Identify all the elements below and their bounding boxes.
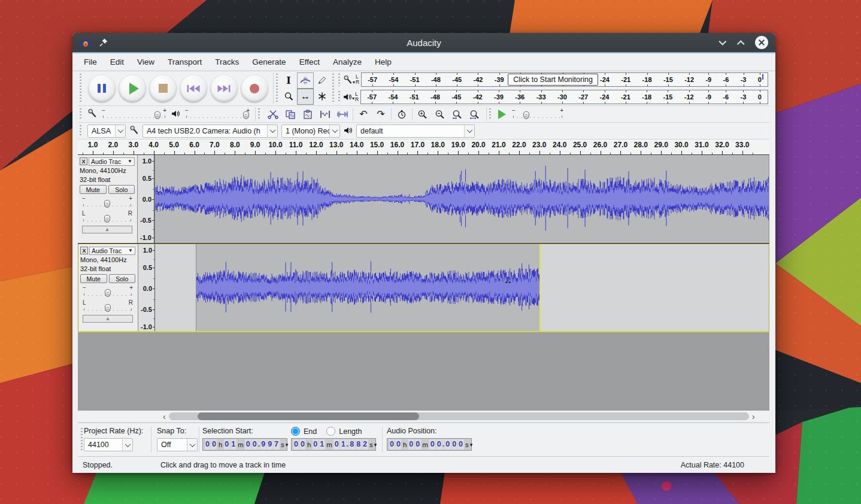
time-digit[interactable]: 0 — [445, 439, 451, 450]
toolbar-gripper[interactable] — [338, 91, 341, 104]
zoom-in-button[interactable] — [415, 107, 430, 122]
time-digit[interactable]: 9 — [267, 439, 273, 450]
slider-thumb[interactable] — [105, 304, 111, 312]
play-at-speed-button[interactable] — [498, 110, 506, 119]
time-digit[interactable]: 0 — [251, 439, 257, 450]
time-digit[interactable]: 0 — [293, 439, 299, 450]
slider-thumb[interactable] — [243, 111, 249, 119]
tool-multi[interactable] — [314, 89, 331, 105]
menu-tracks[interactable]: Tracks — [208, 55, 245, 69]
menu-file[interactable]: File — [77, 55, 104, 69]
mute-button[interactable]: Mute — [80, 185, 107, 194]
time-digit[interactable]: 1 — [319, 439, 325, 450]
recording-meter[interactable]: -57-54-51-48-45-42-39-36-33-30-27-24-21-… — [361, 72, 768, 87]
dropdown-arrow-icon[interactable]: ▾ — [374, 442, 377, 448]
titlebar[interactable]: Audacity — [72, 33, 775, 53]
selection-start-time[interactable]: 00h01m00.997s▾ — [202, 438, 287, 451]
recording-volume-slider[interactable]: −+ — [101, 108, 168, 120]
snap-to-select[interactable]: Off — [157, 438, 198, 451]
maximize-button[interactable] — [737, 40, 745, 48]
time-digit[interactable]: 2 — [362, 439, 368, 450]
time-digit[interactable]: 0 — [408, 439, 414, 450]
playback-speed-slider[interactable]: −+ — [511, 108, 565, 120]
time-digit[interactable]: 0 — [299, 439, 305, 450]
pan-slider[interactable]: LR — [81, 211, 134, 224]
mute-button[interactable]: Mute — [80, 274, 107, 283]
toolbar-gripper[interactable] — [338, 74, 341, 86]
time-digit[interactable]: 8 — [356, 439, 362, 450]
input-channels-select[interactable]: 1 (Mono) Reco — [281, 125, 340, 138]
time-digit[interactable]: 8 — [349, 439, 355, 450]
time-digit[interactable]: . — [347, 439, 348, 450]
slider-thumb[interactable] — [104, 200, 110, 208]
tracks-area[interactable]: X Audio Trac ▼ Mono, 44100Hz 32-bit floa… — [78, 155, 769, 411]
toolbar-gripper[interactable] — [81, 428, 83, 451]
radio-end-label[interactable]: End — [304, 427, 317, 436]
slider-thumb[interactable] — [104, 215, 110, 223]
speaker-icon[interactable]: ▾ — [343, 93, 354, 101]
zoom-out-button[interactable] — [432, 107, 448, 122]
track-title-dropdown[interactable]: Audio Trac ▼ — [89, 157, 135, 166]
menu-analyze[interactable]: Analyze — [326, 55, 368, 69]
time-digit[interactable]: 0 — [451, 439, 457, 450]
solo-button[interactable]: Solo — [109, 274, 136, 283]
vertical-scale-ruler[interactable]: 1.00.50.0-0.5-1.0 — [138, 155, 154, 243]
monitoring-tooltip[interactable]: Click to Start Monitoring — [508, 74, 598, 86]
output-device-select[interactable]: default — [356, 125, 475, 138]
zoom-selection-button[interactable] — [450, 107, 465, 122]
time-digit[interactable]: 1 — [340, 439, 346, 450]
dropdown-chevron-icon[interactable] — [267, 125, 277, 137]
project-rate-select[interactable]: 44100 — [84, 438, 133, 451]
dropdown-arrow-icon[interactable]: ▾ — [286, 442, 289, 448]
stopwatch-button[interactable] — [394, 107, 410, 122]
track-close-button[interactable]: X — [80, 157, 87, 165]
waveform-area[interactable] — [154, 155, 769, 243]
track-close-button[interactable]: X — [80, 247, 88, 254]
menu-effect[interactable]: Effect — [293, 55, 326, 69]
play-button[interactable] — [119, 75, 145, 102]
time-digit[interactable]: 7 — [274, 439, 280, 450]
playback-volume-slider[interactable]: −+ — [184, 108, 251, 120]
time-digit[interactable]: 9 — [260, 439, 266, 450]
silence-button[interactable] — [335, 107, 350, 122]
skip-end-button[interactable] — [211, 75, 237, 102]
tool-selection[interactable]: I — [280, 72, 297, 89]
dropdown-chevron-icon[interactable] — [329, 125, 339, 137]
dropdown-chevron-icon[interactable] — [122, 439, 132, 451]
input-device-select[interactable]: A4 tech USB2.0 Camera: Audio (h — [143, 125, 278, 138]
time-digit[interactable]: 0 — [313, 439, 319, 450]
time-digit[interactable]: 0 — [245, 439, 251, 450]
dropdown-arrow-icon[interactable]: ▾ — [470, 442, 473, 448]
undo-button[interactable]: ↶ — [356, 107, 371, 122]
toolbar-gripper[interactable] — [332, 74, 335, 103]
time-digit[interactable]: 0 — [415, 439, 421, 450]
toolbar-gripper[interactable] — [80, 108, 82, 120]
dropdown-chevron-icon[interactable] — [187, 439, 197, 451]
time-digit[interactable]: 0 — [211, 439, 217, 450]
tool-zoom[interactable] — [280, 89, 297, 105]
host-select[interactable]: ALSA — [87, 125, 126, 138]
time-digit[interactable]: 0 — [389, 439, 395, 450]
minimize-button[interactable] — [718, 38, 726, 45]
radio-length-label[interactable]: Length — [339, 427, 362, 436]
time-digit[interactable]: 0 — [395, 439, 401, 450]
time-digit[interactable]: 0 — [429, 439, 435, 450]
trim-button[interactable] — [317, 107, 333, 122]
copy-button[interactable] — [283, 107, 298, 122]
scrollbar-thumb[interactable] — [198, 412, 419, 420]
track-control-panel[interactable]: X Audio Trac ▼ Mono, 44100Hz 32-bit floa… — [78, 155, 138, 243]
time-digit[interactable]: . — [258, 439, 260, 450]
time-digit[interactable]: 0 — [205, 439, 211, 450]
menu-help[interactable]: Help — [368, 55, 398, 69]
scroll-right-arrow[interactable]: › — [752, 411, 755, 422]
gain-slider[interactable]: −+ — [81, 286, 134, 298]
audio-clip[interactable] — [154, 155, 769, 243]
track-collapse-button[interactable]: ▲ — [83, 315, 133, 323]
cut-button[interactable] — [265, 107, 281, 122]
time-digit[interactable]: 0 — [436, 439, 442, 450]
track-collapse-button[interactable]: ▲ — [82, 226, 132, 233]
time-digit[interactable]: 0 — [334, 439, 339, 450]
toolbar-gripper[interactable] — [489, 108, 492, 120]
skip-start-button[interactable] — [180, 75, 207, 102]
record-button[interactable] — [241, 75, 268, 102]
